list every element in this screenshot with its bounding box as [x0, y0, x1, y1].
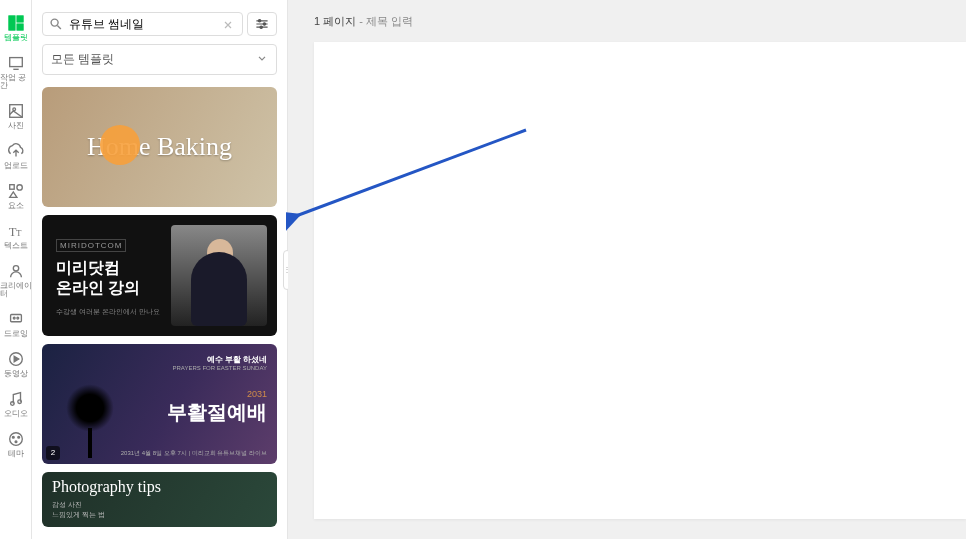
template-filter-dropdown[interactable]: 모든 템플릿: [42, 44, 277, 75]
rail-item-audio[interactable]: 오디오: [0, 384, 32, 424]
page-count-badge: 2: [46, 446, 60, 460]
template-card[interactable]: Home Baking: [42, 87, 277, 207]
svg-point-10: [13, 266, 18, 271]
template-title-1: 미리닷컴: [56, 259, 120, 276]
rail-label: 오디오: [4, 410, 28, 418]
rail-label: 템플릿: [4, 34, 28, 42]
svg-point-18: [12, 436, 14, 438]
rail-item-template[interactable]: 템플릿: [0, 8, 32, 48]
template-brand: MIRIDOTCOM: [56, 239, 126, 252]
svg-rect-11: [10, 315, 21, 322]
filter-button[interactable]: [247, 12, 277, 36]
svg-point-23: [263, 23, 265, 25]
template-subtitle: 수강생 여러분 온라인에서 만나요: [56, 307, 167, 317]
svg-point-17: [9, 433, 22, 446]
rail-item-creator[interactable]: 크리에이터: [0, 256, 32, 304]
template-year: 2031: [167, 389, 267, 399]
page-label[interactable]: 1 페이지 - 제목 입력: [314, 14, 413, 29]
tree-silhouette: [60, 378, 120, 458]
svg-point-13: [16, 317, 18, 319]
text-icon: TT: [7, 222, 25, 240]
page-title-placeholder: 제목 입력: [366, 15, 413, 27]
template-card[interactable]: MIRIDOTCOM 미리닷컴온라인 강의 수강생 여러분 온라인에서 만나요: [42, 215, 277, 335]
drawing-icon: [7, 310, 25, 328]
page-number: 1 페이지: [314, 15, 356, 27]
rail-label: 동영상: [4, 370, 28, 378]
svg-point-20: [15, 441, 17, 443]
rail-item-workspace[interactable]: 작업 공간: [0, 48, 32, 96]
elements-icon: [7, 182, 25, 200]
svg-point-24: [260, 26, 262, 28]
rail-label: 사진: [8, 122, 24, 130]
canvas-area: 1 페이지 - 제목 입력: [288, 0, 966, 539]
audio-icon: [7, 390, 25, 408]
sliders-icon: [254, 16, 270, 32]
template-title-2: 온라인 강의: [56, 279, 140, 296]
template-title: Photography tips: [52, 478, 267, 496]
rail-item-video[interactable]: 동영상: [0, 344, 32, 384]
template-bottom-text: 2031년 4월 8일 오후 7시 | 미리교회 유튜브채널 라이브: [121, 449, 267, 458]
template-card[interactable]: 예수 부활 하셨네 PRAYERS FOR EASTER SUNDAY 2031…: [42, 344, 277, 464]
clear-icon[interactable]: [222, 17, 236, 31]
search-box[interactable]: [42, 12, 243, 36]
rail-item-text[interactable]: TT 텍스트: [0, 216, 32, 256]
rail-label: 업로드: [4, 162, 28, 170]
search-icon: [49, 17, 63, 31]
rail-label: 텍스트: [4, 242, 28, 250]
template-list: Home Baking MIRIDOTCOM 미리닷컴온라인 강의 수강생 여러…: [42, 87, 277, 527]
svg-text:T: T: [16, 228, 22, 238]
rail-label: 테마: [8, 450, 24, 458]
rail-label: 드로잉: [4, 330, 28, 338]
rail-label: 요소: [8, 202, 24, 210]
svg-point-15: [10, 402, 14, 406]
theme-icon: [7, 430, 25, 448]
rail-item-drawing[interactable]: 드로잉: [0, 304, 32, 344]
template-main: 부활절예배: [167, 399, 267, 426]
person-illustration: [171, 225, 267, 325]
template-heading-small: 예수 부활 하셨네: [167, 354, 267, 365]
svg-rect-6: [9, 185, 14, 190]
decorative-circle: [100, 125, 140, 165]
svg-point-12: [13, 317, 15, 319]
photo-icon: [7, 102, 25, 120]
template-sub2: 느낌있게 찍는 법: [52, 511, 105, 518]
rail-item-upload[interactable]: 업로드: [0, 136, 32, 176]
search-input[interactable]: [69, 17, 222, 31]
svg-rect-1: [16, 16, 22, 22]
rail-item-elements[interactable]: 요소: [0, 176, 32, 216]
svg-rect-3: [9, 58, 22, 67]
template-sub-small: PRAYERS FOR EASTER SUNDAY: [167, 365, 267, 371]
svg-point-7: [16, 185, 21, 190]
dropdown-label: 모든 템플릿: [51, 51, 114, 68]
svg-point-16: [17, 400, 21, 404]
upload-icon: [7, 142, 25, 160]
svg-point-21: [51, 19, 58, 26]
rail-item-photo[interactable]: 사진: [0, 96, 32, 136]
template-card[interactable]: Photography tips 감성 사진느낌있게 찍는 법: [42, 472, 277, 527]
search-row: [42, 12, 277, 36]
creator-icon: [7, 262, 25, 280]
svg-rect-2: [16, 24, 22, 30]
video-icon: [7, 350, 25, 368]
left-rail: 템플릿 작업 공간 사진 업로드 요소 TT 텍스트 크리에이터 드로잉 동영상…: [0, 0, 32, 539]
template-icon: [7, 14, 25, 32]
canvas-page[interactable]: [314, 42, 966, 519]
svg-point-22: [258, 20, 260, 22]
svg-point-19: [17, 436, 19, 438]
rail-label: 작업 공간: [0, 74, 32, 90]
template-sub1: 감성 사진: [52, 501, 82, 508]
rail-item-theme[interactable]: 테마: [0, 424, 32, 464]
svg-rect-0: [8, 16, 14, 30]
workspace-icon: [7, 54, 25, 72]
chevron-down-icon: [256, 52, 268, 67]
rail-label: 크리에이터: [0, 282, 32, 298]
template-panel: 모든 템플릿 Home Baking MIRIDOTCOM 미리닷컴온라인 강의…: [32, 0, 288, 539]
